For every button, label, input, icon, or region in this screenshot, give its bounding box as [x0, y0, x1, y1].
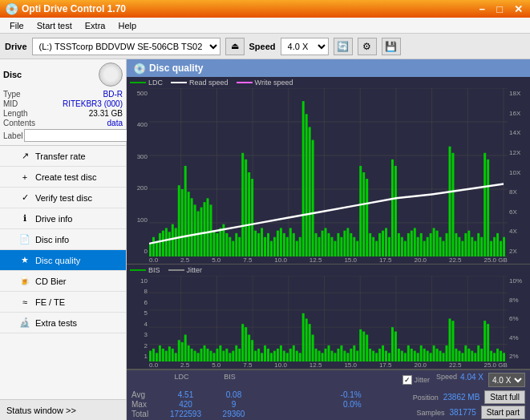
sidebar-item-create-test-disc[interactable]: + Create test disc: [0, 167, 126, 188]
svg-rect-96: [404, 241, 407, 256]
menu-help[interactable]: Help: [111, 19, 143, 32]
svg-rect-94: [398, 233, 400, 256]
svg-rect-122: [487, 160, 489, 256]
svg-rect-45: [241, 153, 244, 256]
position-label: Position: [413, 394, 439, 402]
svg-rect-223: [401, 351, 403, 361]
svg-rect-183: [273, 351, 276, 361]
svg-rect-112: [455, 233, 457, 256]
svg-rect-43: [235, 233, 237, 256]
avg-row: Avg 4.51 0.08 -0.1%: [131, 390, 410, 399]
drivebar: Drive (L:) TSSTcorp BDDVDW SE-506CB TS02…: [0, 34, 530, 59]
svg-rect-68: [315, 233, 318, 256]
svg-rect-191: [299, 353, 301, 361]
drive-select[interactable]: (L:) TSSTcorp BDDVDW SE-506CB TS02: [32, 38, 220, 55]
refresh-button[interactable]: 🔄: [334, 38, 353, 55]
disc-contents-label: Contents: [3, 119, 35, 127]
svg-rect-245: [471, 351, 473, 361]
sidebar-item-transfer-rate[interactable]: ↗ Transfer rate: [0, 146, 126, 167]
sidebar-item-fe-te[interactable]: ≈ FE / TE: [0, 292, 126, 313]
svg-rect-240: [455, 349, 457, 361]
disc-label-input[interactable]: [24, 129, 131, 142]
svg-rect-250: [487, 324, 489, 361]
save-button[interactable]: 💾: [382, 38, 401, 55]
svg-rect-181: [267, 349, 269, 361]
menu-start-test[interactable]: Start test: [30, 19, 79, 32]
svg-rect-187: [286, 353, 289, 361]
svg-rect-30: [194, 204, 196, 256]
svg-rect-241: [458, 351, 460, 361]
svg-rect-53: [267, 233, 269, 256]
svg-rect-206: [346, 353, 349, 361]
status-window-button[interactable]: Status window >>: [0, 399, 126, 420]
status-window-label: Status window >>: [6, 406, 76, 415]
svg-rect-17: [152, 237, 155, 256]
svg-rect-220: [391, 327, 394, 361]
max-jitter: 0.0%: [256, 400, 410, 409]
speed-select[interactable]: 4.0 X 8.0 X 2.0 X: [281, 38, 329, 55]
close-button[interactable]: ✕: [512, 3, 525, 15]
sidebar-item-extra-tests[interactable]: 🔬 Extra tests: [0, 313, 126, 333]
svg-rect-171: [235, 345, 237, 361]
svg-rect-147: [159, 345, 161, 361]
legend-ldc: LDC: [130, 79, 163, 87]
svg-rect-82: [359, 166, 362, 256]
svg-rect-16: [149, 244, 152, 256]
sidebar-item-verify-test-disc[interactable]: ✓ Verify test disc: [0, 188, 126, 208]
svg-rect-166: [219, 345, 221, 361]
transfer-rate-icon: ↗: [19, 151, 30, 162]
svg-rect-237: [446, 345, 448, 361]
sidebar-label-transfer-rate: Transfer rate: [35, 151, 86, 161]
svg-rect-85: [369, 233, 371, 256]
svg-rect-40: [225, 233, 228, 256]
svg-rect-227: [414, 351, 416, 361]
svg-rect-38: [219, 228, 221, 256]
menu-file[interactable]: File: [3, 19, 30, 32]
svg-rect-255: [503, 353, 505, 361]
start-part-button[interactable]: Start part: [481, 406, 525, 419]
svg-rect-222: [398, 349, 400, 361]
svg-rect-116: [467, 231, 470, 256]
svg-rect-34: [207, 198, 209, 256]
svg-rect-214: [372, 351, 374, 361]
settings-button[interactable]: ⚙: [358, 38, 377, 55]
sidebar-item-drive-info[interactable]: ℹ Drive info: [0, 208, 126, 229]
disc-info-icon: 📄: [19, 234, 30, 245]
top-chart-svg-area: [149, 88, 508, 256]
start-full-button[interactable]: Start full: [484, 390, 525, 404]
sidebar-label-cd-bier: CD Bier: [35, 277, 67, 286]
verify-test-disc-icon: ✓: [19, 192, 30, 204]
sidebar: Disc Type BD-R MID RITEKBR3 (000) Length…: [0, 59, 127, 420]
svg-rect-64: [302, 101, 305, 256]
avg-ldc: 4.51: [160, 390, 212, 399]
jitter-checkbox[interactable]: ✓: [403, 375, 412, 385]
sidebar-item-disc-quality[interactable]: ★ Disc quality: [0, 250, 126, 271]
svg-rect-148: [162, 349, 164, 361]
speed-select-dropdown[interactable]: 4.0 X: [488, 373, 525, 387]
svg-rect-182: [270, 353, 273, 361]
svg-rect-58: [283, 233, 285, 256]
svg-rect-211: [362, 332, 365, 361]
svg-rect-226: [411, 349, 413, 361]
svg-rect-95: [401, 237, 403, 256]
max-label: Max: [131, 400, 160, 409]
disc-length-label: Length: [3, 109, 28, 118]
svg-rect-90: [385, 228, 387, 256]
eject-button[interactable]: ⏏: [225, 38, 245, 55]
disc-panel: Disc Type BD-R MID RITEKBR3 (000) Length…: [0, 59, 126, 146]
svg-rect-175: [248, 335, 250, 361]
svg-rect-56: [277, 231, 279, 256]
maximize-button[interactable]: □: [494, 3, 505, 15]
svg-rect-164: [212, 353, 215, 361]
sidebar-item-cd-bier[interactable]: 🍺 CD Bier: [0, 271, 126, 292]
menu-extra[interactable]: Extra: [79, 19, 112, 32]
write-speed-color: [237, 82, 253, 83]
svg-rect-157: [191, 349, 193, 361]
create-test-disc-icon: +: [19, 172, 30, 183]
sidebar-item-disc-info[interactable]: 📄 Disc info: [0, 229, 126, 250]
top-chart-x-axis: 0.0 2.5 5.0 7.5 10.0 12.5 15.0 17.5 20.0…: [127, 256, 530, 264]
disc-mid-value: RITEKBR3 (000): [63, 99, 123, 108]
minimize-button[interactable]: −: [477, 3, 488, 15]
svg-rect-239: [451, 321, 454, 361]
sidebar-label-fe-te: FE / TE: [35, 297, 65, 307]
